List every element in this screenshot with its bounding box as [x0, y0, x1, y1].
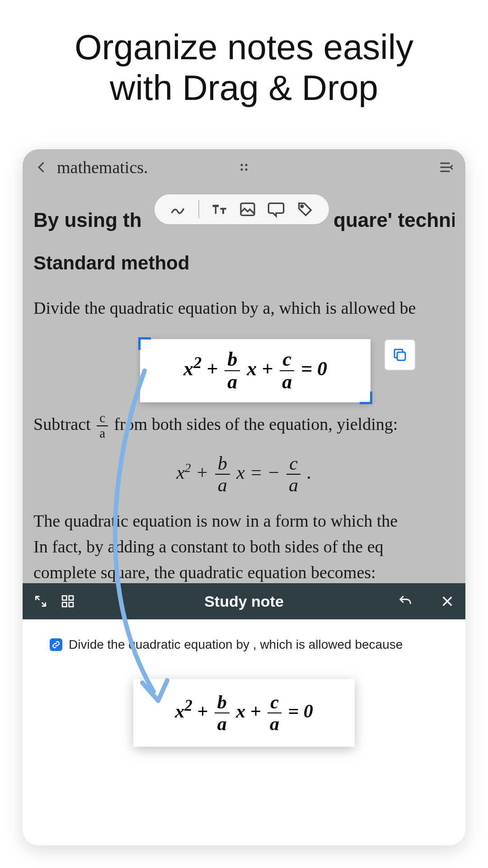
drag-source-equation[interactable]: x2 + ba x + ca = 0 [140, 339, 371, 402]
lead-text-before: By using th [33, 209, 142, 231]
eq-eqminus: = − [249, 462, 280, 482]
eq-dot: . [307, 462, 312, 482]
promo-line-1: Organize notes easily [75, 27, 413, 67]
format-toolbar [154, 193, 330, 225]
device-frame: mathematics. [23, 149, 465, 845]
expand-icon[interactable] [33, 594, 48, 609]
svg-point-2 [241, 169, 243, 171]
svg-rect-7 [62, 596, 66, 600]
p3l2: In fact, by adding a constant to both si… [33, 537, 384, 556]
back-icon[interactable] [33, 159, 50, 175]
svg-point-0 [241, 164, 243, 166]
eq-plus-1: + [196, 462, 213, 482]
p3l1: The quadratic equation is now in a form … [33, 511, 398, 530]
equation-text: x2 + ba x + ca = 0 [183, 349, 327, 392]
note-text: Divide the quadratic equation by , which… [69, 637, 403, 652]
d: a [218, 475, 227, 495]
grid-icon[interactable] [61, 594, 75, 609]
inline-fraction-c-over-a: c a [97, 412, 108, 440]
selection-corner-br [360, 392, 372, 404]
eq-sup: 2 [185, 461, 191, 474]
image-icon[interactable] [239, 200, 257, 218]
p3l3: complete square, the quadratic equation … [33, 563, 376, 582]
copy-button[interactable] [384, 339, 416, 371]
scribble-icon[interactable] [169, 200, 188, 218]
chat-bubble-icon[interactable] [267, 200, 285, 218]
promo-headline: Organize notes easily with Drag & Drop [0, 27, 488, 108]
paragraph-2: Subtract c a from both sides of the equa… [33, 411, 455, 440]
study-note-bar: Study note [23, 583, 465, 619]
svg-rect-6 [397, 352, 405, 360]
svg-point-5 [300, 205, 303, 208]
lead-text-after: quare' technique [333, 209, 455, 231]
svg-point-1 [245, 164, 248, 166]
toolbar-separator [198, 200, 199, 218]
note-panel: Divide the quadratic equation by , which… [23, 619, 465, 845]
promo-line-2: with Drag & Drop [110, 68, 378, 108]
eq-x: x [176, 462, 185, 482]
tag-icon[interactable] [296, 200, 314, 218]
eq-x-lin: x [236, 462, 245, 482]
collapse-list-icon[interactable] [438, 159, 455, 175]
svg-rect-9 [62, 603, 66, 607]
frac-b-a: ba [215, 454, 230, 495]
svg-point-3 [245, 169, 248, 171]
equation-2: x2 + ba x = − ca . [33, 454, 455, 495]
close-icon[interactable] [440, 594, 455, 609]
study-note-label: Study note [204, 593, 284, 610]
para2-before: Subtract [33, 415, 91, 434]
paragraph-1: Divide the quadratic equation by a, whic… [33, 295, 455, 321]
text-format-icon[interactable] [210, 200, 228, 218]
note-link-row[interactable]: Divide the quadratic equation by , which… [50, 633, 438, 665]
drag-handle-icon[interactable] [237, 160, 251, 174]
paragraph-3: The quadratic equation is now in a form … [33, 508, 455, 585]
d: a [289, 475, 298, 495]
n: c [286, 454, 300, 475]
link-icon [50, 638, 62, 651]
selection-corner-tl [138, 337, 151, 350]
frac-c-a: ca [286, 454, 300, 495]
section-heading: Standard method [33, 249, 455, 277]
n: b [215, 454, 230, 475]
frac-num: c [97, 412, 108, 427]
svg-rect-8 [69, 596, 73, 600]
svg-rect-10 [69, 603, 73, 607]
para2-after: from both sides of the equation, yieldin… [114, 415, 398, 434]
page-title: mathematics. [57, 157, 148, 177]
drop-target-equation[interactable]: x2 + ba x + ca = 0 [133, 679, 355, 747]
frac-den: a [99, 426, 105, 440]
app-bar: mathematics. [23, 149, 465, 185]
equation-text: x2 + ba x + ca = 0 [175, 693, 313, 733]
undo-icon[interactable] [398, 594, 413, 609]
